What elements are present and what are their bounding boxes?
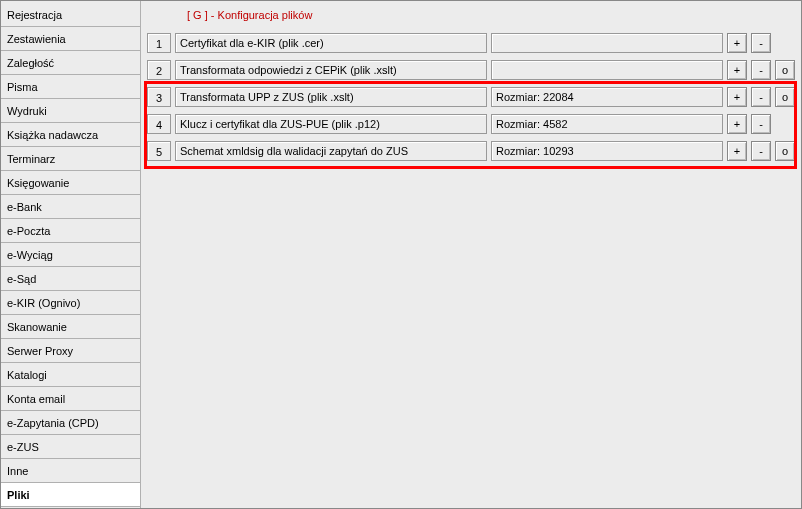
sidebar-item[interactable]: Rejestracja <box>1 3 140 27</box>
open-button[interactable]: o <box>775 141 795 161</box>
add-button[interactable]: + <box>727 141 747 161</box>
remove-button[interactable]: - <box>751 87 771 107</box>
sidebar-item[interactable]: Serwer Proxy <box>1 339 140 363</box>
sidebar-item[interactable]: Katalogi <box>1 363 140 387</box>
sidebar-item[interactable]: e-Wyciąg <box>1 243 140 267</box>
sidebar-item[interactable]: Księgowanie <box>1 171 140 195</box>
row-description: Certyfikat dla e-KIR (plik .cer) <box>175 33 487 53</box>
row-size: Rozmiar: 4582 <box>491 114 723 134</box>
sidebar-item[interactable]: Książka nadawcza <box>1 123 140 147</box>
file-row: 4Klucz i certyfikat dla ZUS-PUE (plik .p… <box>147 110 795 137</box>
row-description: Schemat xmldsig dla walidacji zapytań do… <box>175 141 487 161</box>
row-number: 2 <box>147 60 171 80</box>
sidebar-item[interactable]: e-Bank <box>1 195 140 219</box>
open-button[interactable]: o <box>775 60 795 80</box>
remove-button[interactable]: - <box>751 114 771 134</box>
sidebar-item[interactable]: Terminarz <box>1 147 140 171</box>
row-size <box>491 33 723 53</box>
sidebar-item[interactable]: Pliki <box>1 483 140 507</box>
file-rows: 1Certyfikat dla e-KIR (plik .cer) +-2Tra… <box>147 29 795 164</box>
row-size: Rozmiar: 10293 <box>491 141 723 161</box>
file-row: 3Transformata UPP z ZUS (plik .xslt)Rozm… <box>147 83 795 110</box>
main-panel: [ G ] - Konfiguracja plików 1Certyfikat … <box>141 1 801 508</box>
open-button[interactable]: o <box>775 87 795 107</box>
sidebar-item[interactable]: e-ZUS <box>1 435 140 459</box>
row-number: 3 <box>147 87 171 107</box>
sidebar-item[interactable]: Konta email <box>1 387 140 411</box>
remove-button[interactable]: - <box>751 141 771 161</box>
sidebar-item[interactable]: Zestawienia <box>1 27 140 51</box>
remove-button[interactable]: - <box>751 33 771 53</box>
file-row: 5Schemat xmldsig dla walidacji zapytań d… <box>147 137 795 164</box>
row-size: Rozmiar: 22084 <box>491 87 723 107</box>
sidebar-item[interactable]: e-Sąd <box>1 267 140 291</box>
row-number: 1 <box>147 33 171 53</box>
row-description: Transformata odpowiedzi z CEPiK (plik .x… <box>175 60 487 80</box>
sidebar-item[interactable]: e-Zapytania (CPD) <box>1 411 140 435</box>
row-size <box>491 60 723 80</box>
sidebar-item[interactable]: Wydruki <box>1 99 140 123</box>
sidebar-item[interactable]: e-KIR (Ognivo) <box>1 291 140 315</box>
add-button[interactable]: + <box>727 87 747 107</box>
add-button[interactable]: + <box>727 60 747 80</box>
app-window: RejestracjaZestawieniaZaległośćPismaWydr… <box>0 0 802 509</box>
sidebar-item[interactable]: Zaległość <box>1 51 140 75</box>
remove-button[interactable]: - <box>751 60 771 80</box>
row-description: Transformata UPP z ZUS (plik .xslt) <box>175 87 487 107</box>
row-number: 5 <box>147 141 171 161</box>
sidebar-item[interactable]: Pisma <box>1 75 140 99</box>
file-row: 1Certyfikat dla e-KIR (plik .cer) +- <box>147 29 795 56</box>
sidebar: RejestracjaZestawieniaZaległośćPismaWydr… <box>1 1 141 508</box>
file-row: 2Transformata odpowiedzi z CEPiK (plik .… <box>147 56 795 83</box>
sidebar-item[interactable]: Skanowanie <box>1 315 140 339</box>
add-button[interactable]: + <box>727 33 747 53</box>
add-button[interactable]: + <box>727 114 747 134</box>
section-title: [ G ] - Konfiguracja plików <box>147 5 795 29</box>
row-description: Klucz i certyfikat dla ZUS-PUE (plik .p1… <box>175 114 487 134</box>
sidebar-item[interactable]: e-Poczta <box>1 219 140 243</box>
sidebar-item[interactable]: Inne <box>1 459 140 483</box>
row-number: 4 <box>147 114 171 134</box>
